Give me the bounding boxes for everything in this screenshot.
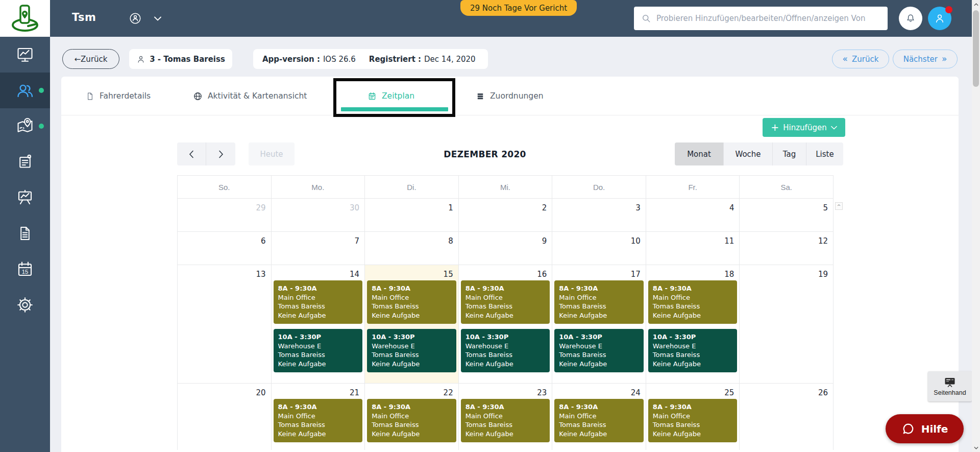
calendar-event-afternoon[interactable]: 10A - 3:30P Warehouse E Tomas Bareiss Ke… [367, 329, 456, 372]
date-number: 14 [272, 265, 365, 280]
calendar-day-cell[interactable]: 9 [459, 232, 553, 265]
notifications-button[interactable] [899, 7, 922, 30]
app-logo[interactable] [0, 0, 50, 37]
date-number: 9 [459, 232, 552, 247]
calendar-day-cell[interactable]: 10 [552, 232, 646, 265]
calendar-day-cell[interactable]: 11 [646, 232, 740, 265]
calendar-day-cell[interactable]: 8 [365, 232, 459, 265]
event-location: Warehouse E [653, 342, 733, 351]
calendar-day-cell[interactable]: 23 8A - 9:30A Main Office Tomas Bareiss … [459, 384, 553, 450]
event-task: Keine Aufgabe [372, 360, 452, 369]
calendar-day-cell[interactable]: 12 [740, 232, 834, 265]
next-month-button[interactable] [206, 142, 235, 165]
user-avatar[interactable] [928, 7, 951, 30]
sidebar-item-notes[interactable] [0, 144, 50, 180]
scrollbar-down-arrow[interactable] [972, 443, 980, 452]
calendar-day-cell[interactable]: 25 8A - 9:30A Main Office Tomas Bareiss … [646, 384, 740, 450]
add-schedule-button[interactable]: + Hinzufügen [763, 118, 845, 137]
calendar-month-title: DEZEMBER 2020 [408, 142, 561, 165]
event-time: 8A - 9:30A [465, 402, 546, 412]
back-button[interactable]: ←Zurück [62, 49, 119, 69]
side-manual-widget[interactable]: Seitenhand [928, 371, 972, 401]
calendar-day-cell[interactable]: 22 8A - 9:30A Main Office Tomas Bareiss … [365, 384, 459, 450]
view-woche-button[interactable]: Woche [724, 142, 773, 165]
event-location: Main Office [278, 293, 358, 302]
next-driver-button[interactable]: Nächster » [893, 50, 958, 68]
date-number: 29 [178, 199, 271, 214]
calendar-day-cell[interactable]: 2 [459, 199, 553, 232]
calendar-day-cell[interactable]: 1 [365, 199, 459, 232]
browser-scrollbar[interactable] [972, 0, 980, 452]
sidebar-item-calendar[interactable]: 15 [0, 251, 50, 287]
calendar-day-cell[interactable]: 26 [740, 384, 834, 450]
calendar-event-morning[interactable]: 8A - 9:30A Main Office Tomas Bareiss Kei… [461, 399, 550, 442]
previous-driver-button[interactable]: « Zurück [832, 50, 889, 68]
calendar-day-cell[interactable]: 16 8A - 9:30A Main Office Tomas Bareiss … [459, 265, 553, 384]
calendar-event-afternoon[interactable]: 10A - 3:30P Warehouse E Tomas Bareiss Ke… [648, 329, 738, 372]
calendar-day-cell[interactable]: 6 [178, 232, 272, 265]
view-monat-button[interactable]: Monat [675, 142, 724, 165]
sidebar-item-drivers[interactable] [0, 73, 50, 108]
calendar-event-morning[interactable]: 8A - 9:30A Main Office Tomas Bareiss Kei… [554, 280, 644, 324]
view-tag-button[interactable]: Tag [773, 142, 806, 165]
presentation-screen-icon [944, 377, 956, 388]
sidebar-item-reports[interactable] [0, 180, 50, 216]
tab-fahrerdetails[interactable]: Fahrerdetails [86, 77, 151, 115]
event-location: Main Office [465, 412, 546, 421]
calendar-day-cell[interactable]: 20 [178, 384, 272, 450]
calendar-day-cell[interactable]: 30 [272, 199, 365, 232]
calendar-day-cell[interactable]: 18 8A - 9:30A Main Office Tomas Bareiss … [646, 265, 740, 384]
search-input[interactable] [656, 14, 880, 23]
calendar-event-morning[interactable]: 8A - 9:30A Main Office Tomas Bareiss Kei… [648, 399, 738, 442]
event-person: Tomas Bareiss [372, 350, 452, 360]
calendar-day-cell[interactable]: 13 [178, 265, 272, 384]
calendar-event-morning[interactable]: 8A - 9:30A Main Office Tomas Bareiss Kei… [461, 280, 550, 324]
calendar-scroll-up-button[interactable]: ^ [835, 202, 843, 210]
tab-aktivitaet-kartenansicht[interactable]: Aktivität & Kartenansicht [193, 77, 307, 115]
calendar-day-cell[interactable]: 14 8A - 9:30A Main Office Tomas Bareiss … [272, 265, 365, 384]
calendar-day-cell[interactable]: 17 8A - 9:30A Main Office Tomas Bareiss … [552, 265, 646, 384]
calendar-15-icon: 15 [16, 260, 34, 278]
help-button[interactable]: Hilfe [886, 414, 964, 443]
calendar-event-afternoon[interactable]: 10A - 3:30P Warehouse E Tomas Bareiss Ke… [461, 329, 550, 372]
event-task: Keine Aufgabe [465, 430, 546, 439]
scrollbar-thumb[interactable] [973, 10, 979, 87]
calendar-day-cell[interactable]: 29 [178, 199, 272, 232]
event-time: 8A - 9:30A [278, 402, 358, 412]
calendar-event-morning[interactable]: 8A - 9:30A Main Office Tomas Bareiss Kei… [367, 280, 456, 324]
app-version-value: IOS 26.6 [323, 55, 356, 64]
calendar-event-morning[interactable]: 8A - 9:30A Main Office Tomas Bareiss Kei… [648, 280, 738, 324]
day-header: So. [178, 176, 272, 199]
calendar-day-cell[interactable]: 24 8A - 9:30A Main Office Tomas Bareiss … [552, 384, 646, 450]
scrollbar-up-arrow[interactable] [972, 0, 980, 9]
event-task: Keine Aufgabe [559, 430, 639, 439]
calendar-day-cell[interactable]: 19 [740, 265, 834, 384]
status-dot [39, 124, 44, 129]
date-number: 17 [552, 265, 646, 280]
sidebar-item-settings[interactable] [0, 287, 50, 323]
today-button[interactable]: Heute [249, 142, 295, 165]
calendar-week-row: 20 21 8A - 9:30A Main Office Tomas Barei… [178, 384, 834, 450]
calendar-day-cell[interactable]: 4 [646, 199, 740, 232]
sidebar-item-dashboard[interactable] [0, 37, 50, 73]
calendar-event-morning[interactable]: 8A - 9:30A Main Office Tomas Bareiss Kei… [367, 399, 456, 442]
calendar-event-morning[interactable]: 8A - 9:30A Main Office Tomas Bareiss Kei… [274, 280, 363, 324]
calendar-event-morning[interactable]: 8A - 9:30A Main Office Tomas Bareiss Kei… [554, 399, 644, 442]
view-liste-button[interactable]: Liste [806, 142, 843, 165]
tab-label: Zuordnungen [490, 91, 544, 101]
language-menu[interactable] [129, 12, 161, 25]
tab-zuordnungen[interactable]: Zuordnungen [476, 77, 544, 115]
event-location: Main Office [559, 412, 639, 421]
calendar-day-cell[interactable]: 7 [272, 232, 365, 265]
calendar-event-afternoon[interactable]: 10A - 3:30P Warehouse E Tomas Bareiss Ke… [274, 329, 363, 372]
calendar-event-morning[interactable]: 8A - 9:30A Main Office Tomas Bareiss Kei… [274, 399, 363, 442]
calendar-day-cell[interactable]: 5 [740, 199, 834, 232]
calendar-event-afternoon[interactable]: 10A - 3:30P Warehouse E Tomas Bareiss Ke… [554, 329, 644, 372]
calendar-day-cell[interactable]: 3 [552, 199, 646, 232]
sidebar-item-documents[interactable] [0, 216, 50, 251]
prev-month-button[interactable] [177, 142, 206, 165]
calendar-day-cell-today[interactable]: 15 8A - 9:30A Main Office Tomas Bareiss … [365, 265, 459, 384]
calendar-day-cell[interactable]: 21 8A - 9:30A Main Office Tomas Bareiss … [272, 384, 365, 450]
sidebar-item-map[interactable] [0, 108, 50, 144]
event-task: Keine Aufgabe [559, 360, 639, 369]
